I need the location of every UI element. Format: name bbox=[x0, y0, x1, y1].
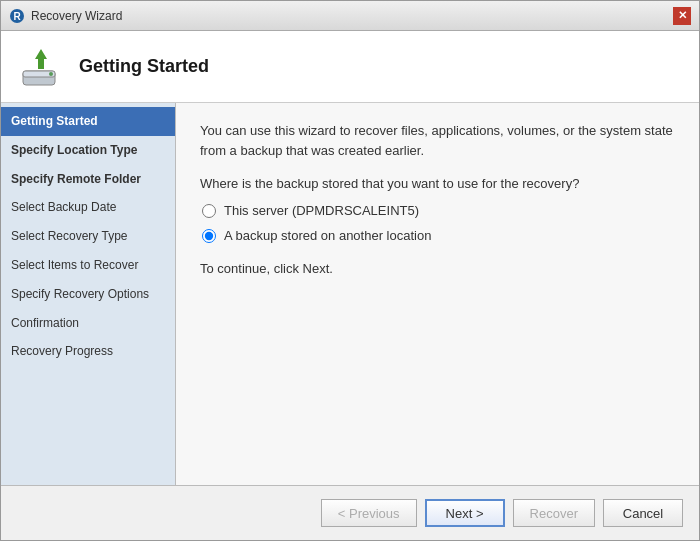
next-button[interactable]: Next > bbox=[425, 499, 505, 527]
title-bar-text: Recovery Wizard bbox=[31, 9, 122, 23]
title-bar-left: R Recovery Wizard bbox=[9, 8, 122, 24]
sidebar-item-getting-started[interactable]: Getting Started bbox=[1, 107, 175, 136]
svg-point-4 bbox=[49, 72, 53, 76]
close-button[interactable]: ✕ bbox=[673, 7, 691, 25]
radio-this-server-label: This server (DPMDRSCALEINT5) bbox=[224, 203, 419, 218]
previous-button[interactable]: < Previous bbox=[321, 499, 417, 527]
cancel-button[interactable]: Cancel bbox=[603, 499, 683, 527]
backup-location-radio-group: This server (DPMDRSCALEINT5) A backup st… bbox=[202, 203, 675, 243]
description-text: You can use this wizard to recover files… bbox=[200, 121, 675, 160]
sidebar-item-specify-remote-folder[interactable]: Specify Remote Folder bbox=[1, 165, 175, 194]
question-text: Where is the backup stored that you want… bbox=[200, 176, 675, 191]
recovery-wizard-window: R Recovery Wizard ✕ Getting Started Gett… bbox=[0, 0, 700, 541]
sidebar-item-select-items-to-recover[interactable]: Select Items to Recover bbox=[1, 251, 175, 280]
main-content: You can use this wizard to recover files… bbox=[176, 103, 699, 485]
sidebar-item-select-backup-date[interactable]: Select Backup Date bbox=[1, 193, 175, 222]
radio-this-server-input[interactable] bbox=[202, 204, 216, 218]
app-icon: R bbox=[9, 8, 25, 24]
radio-another-location-label: A backup stored on another location bbox=[224, 228, 431, 243]
sidebar-item-specify-location-type[interactable]: Specify Location Type bbox=[1, 136, 175, 165]
content-area: Getting Started Specify Location Type Sp… bbox=[1, 103, 699, 485]
title-bar: R Recovery Wizard ✕ bbox=[1, 1, 699, 31]
recover-button[interactable]: Recover bbox=[513, 499, 595, 527]
header-title: Getting Started bbox=[79, 56, 209, 77]
radio-another-location-input[interactable] bbox=[202, 229, 216, 243]
sidebar-item-select-recovery-type[interactable]: Select Recovery Type bbox=[1, 222, 175, 251]
continue-text: To continue, click Next. bbox=[200, 261, 675, 276]
sidebar: Getting Started Specify Location Type Sp… bbox=[1, 103, 176, 485]
sidebar-item-specify-recovery-options[interactable]: Specify Recovery Options bbox=[1, 280, 175, 309]
header-area: Getting Started bbox=[1, 31, 699, 103]
svg-marker-5 bbox=[35, 49, 47, 69]
footer: < Previous Next > Recover Cancel bbox=[1, 485, 699, 540]
sidebar-item-recovery-progress[interactable]: Recovery Progress bbox=[1, 337, 175, 366]
radio-another-location[interactable]: A backup stored on another location bbox=[202, 228, 675, 243]
wizard-icon bbox=[17, 43, 65, 91]
sidebar-item-confirmation[interactable]: Confirmation bbox=[1, 309, 175, 338]
radio-this-server[interactable]: This server (DPMDRSCALEINT5) bbox=[202, 203, 675, 218]
svg-text:R: R bbox=[13, 11, 21, 22]
